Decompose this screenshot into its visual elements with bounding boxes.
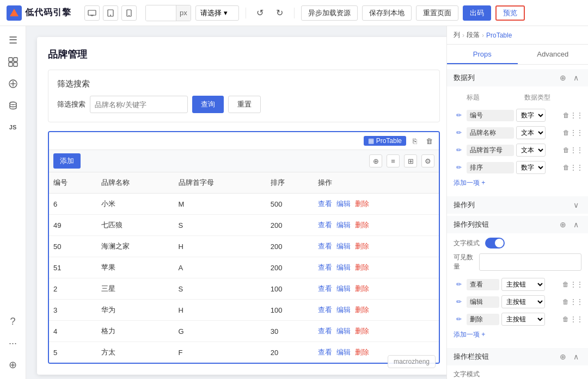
delete-link[interactable]: 删除: [355, 199, 369, 209]
type-select[interactable]: 文本 文本 数字 日期: [516, 126, 546, 139]
undo-button[interactable]: ↺: [253, 5, 268, 21]
sidebar-db-icon[interactable]: [3, 96, 23, 115]
query-button[interactable]: 查询: [192, 96, 224, 113]
edit-link[interactable]: 编辑: [336, 326, 351, 336]
width-input[interactable]: 787: [146, 5, 176, 21]
action-type-select[interactable]: 主按钮 主按钮 次按钮 危险按钮: [501, 278, 545, 291]
delete-link[interactable]: 删除: [355, 220, 369, 230]
type-select[interactable]: 数字 文本 数字 日期: [516, 109, 546, 122]
delete-action-icon[interactable]: 🗑: [561, 314, 571, 324]
edit-link[interactable]: 编辑: [336, 305, 351, 315]
edit-icon[interactable]: ✏: [456, 164, 462, 171]
align-icon[interactable]: ⊕: [369, 154, 382, 167]
action-type-select[interactable]: 主按钮 主按钮 次按钮 危险按钮: [501, 295, 545, 308]
drag-action-icon[interactable]: ⋮⋮: [572, 314, 581, 324]
visible-count-input[interactable]: 3: [479, 253, 581, 271]
edit-icon[interactable]: ✏: [456, 146, 462, 154]
type-select[interactable]: 数字 文本 数字 日期: [516, 161, 546, 174]
action-column-header[interactable]: 操作列 ∨: [447, 196, 588, 214]
action-toolbar-header[interactable]: 操作栏按钮 ⊕ ∧: [447, 348, 588, 365]
sidebar-js-icon[interactable]: JS: [3, 117, 23, 137]
mobile-icon[interactable]: [121, 5, 137, 21]
action-toolbar-collapse-icon[interactable]: ∧: [571, 351, 581, 362]
list-icon[interactable]: ≡: [387, 154, 400, 167]
sidebar-more-icon[interactable]: ···: [3, 333, 23, 353]
action-buttons-header[interactable]: 操作列按钮 ⊕ ∧: [447, 216, 588, 233]
view-link[interactable]: 查看: [318, 284, 332, 294]
data-column-header[interactable]: 数据列 ⊕ ∧: [447, 69, 588, 86]
view-link[interactable]: 查看: [318, 220, 332, 230]
drag-col-icon[interactable]: ⋮⋮: [572, 128, 581, 138]
save-local-button[interactable]: 保存到本地: [362, 5, 412, 21]
action-type-select[interactable]: 主按钮 主按钮 次按钮 危险按钮: [501, 313, 545, 326]
view-link[interactable]: 查看: [318, 305, 332, 315]
tab-props[interactable]: Props: [447, 45, 518, 64]
edit-link[interactable]: 编辑: [336, 263, 351, 272]
settings-icon[interactable]: ⚙: [421, 154, 434, 167]
export-button[interactable]: 出码: [463, 5, 491, 21]
async-load-button[interactable]: 异步加载资源: [301, 5, 358, 21]
add-button[interactable]: 添加: [53, 153, 81, 169]
drag-col-icon[interactable]: ⋮⋮: [572, 110, 581, 120]
delete-link[interactable]: 删除: [355, 347, 369, 357]
edit-link[interactable]: 编辑: [336, 284, 351, 294]
sidebar-add-page-icon[interactable]: ⊕: [3, 355, 23, 375]
edit-link[interactable]: 编辑: [336, 199, 351, 209]
sidebar-menu-icon[interactable]: ☰: [3, 30, 23, 50]
data-col-copy-icon[interactable]: ⊕: [558, 72, 568, 83]
drag-action-icon[interactable]: ⋮⋮: [572, 279, 581, 289]
edit-icon[interactable]: ✏: [456, 111, 462, 119]
sidebar-grid-icon[interactable]: [3, 52, 23, 72]
view-link[interactable]: 查看: [318, 263, 332, 272]
edit-link[interactable]: 编辑: [336, 241, 351, 251]
action-btn-collapse-icon[interactable]: ∧: [571, 219, 581, 230]
tablet-icon[interactable]: [103, 5, 118, 21]
edit-action-icon[interactable]: ✏: [456, 298, 462, 306]
edit-action-icon[interactable]: ✏: [456, 315, 462, 323]
drag-action-icon[interactable]: ⋮⋮: [572, 297, 581, 307]
delete-col-icon[interactable]: 🗑: [562, 145, 571, 155]
edit-link[interactable]: 编辑: [336, 347, 351, 357]
tab-advanced[interactable]: Advanced: [518, 45, 589, 64]
redo-button[interactable]: ↻: [272, 5, 287, 21]
sidebar-plugin-icon[interactable]: [3, 74, 23, 94]
delete-link[interactable]: 删除: [355, 305, 369, 315]
reset-page-button[interactable]: 重置页面: [416, 5, 458, 21]
action-btn-copy-icon[interactable]: ⊕: [558, 219, 568, 230]
view-link[interactable]: 查看: [318, 199, 332, 209]
data-col-collapse-icon[interactable]: ∧: [571, 72, 581, 83]
delete-link[interactable]: 删除: [355, 263, 369, 272]
view-link[interactable]: 查看: [318, 326, 332, 336]
action-col-expand-icon[interactable]: ∨: [571, 200, 581, 210]
preview-button[interactable]: 预览: [495, 5, 525, 21]
copy-icon[interactable]: ⎘: [409, 135, 420, 146]
action-toolbar-copy-icon[interactable]: ⊕: [558, 351, 568, 362]
type-select[interactable]: 文本 文本 数字 日期: [516, 144, 546, 157]
view-link[interactable]: 查看: [318, 241, 332, 251]
view-link[interactable]: 查看: [318, 347, 332, 357]
filter-input[interactable]: [90, 96, 188, 113]
sidebar-help-icon[interactable]: ?: [3, 312, 23, 331]
delete-table-icon[interactable]: 🗑: [424, 135, 434, 146]
edit-link[interactable]: 编辑: [336, 220, 351, 230]
delete-action-icon[interactable]: 🗑: [561, 297, 571, 307]
edit-icon[interactable]: ✏: [456, 129, 462, 136]
canvas-area[interactable]: 品牌管理 筛选搜索 筛选搜索 查询 重置: [26, 26, 446, 379]
delete-link[interactable]: 删除: [355, 326, 369, 336]
delete-col-icon[interactable]: 🗑: [562, 163, 571, 172]
text-mode-toggle[interactable]: [485, 238, 505, 248]
delete-action-icon[interactable]: 🗑: [561, 279, 571, 289]
delete-col-icon[interactable]: 🗑: [562, 110, 571, 120]
drag-col-icon[interactable]: ⋮⋮: [572, 163, 581, 172]
desktop-icon[interactable]: [84, 5, 100, 21]
edit-action-icon[interactable]: ✏: [456, 281, 462, 288]
data-col-add-link[interactable]: 添加一项 +: [454, 176, 581, 190]
drag-col-icon[interactable]: ⋮⋮: [572, 145, 581, 155]
delete-link[interactable]: 删除: [355, 284, 369, 294]
delete-link[interactable]: 删除: [355, 241, 369, 251]
action-btn-add-link[interactable]: 添加一项 +: [454, 328, 581, 341]
component-select[interactable]: 请选择 ▾: [195, 5, 239, 21]
delete-col-icon[interactable]: 🗑: [562, 128, 571, 138]
grid-icon[interactable]: ⊞: [404, 154, 417, 167]
reset-button[interactable]: 重置: [228, 96, 261, 113]
